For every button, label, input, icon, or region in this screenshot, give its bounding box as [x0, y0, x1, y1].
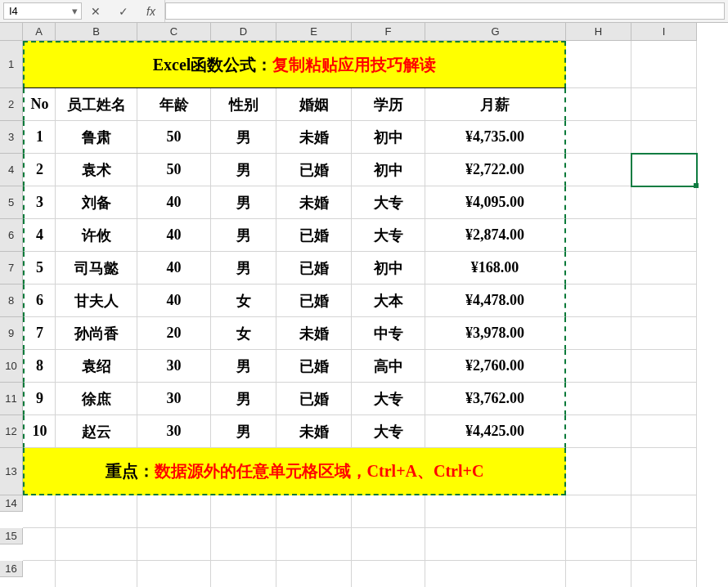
cell-A16[interactable]: [23, 561, 56, 587]
table-row[interactable]: 20: [137, 317, 211, 350]
row-header-6[interactable]: 6: [0, 219, 23, 252]
table-row[interactable]: 30: [137, 383, 211, 415]
table-row[interactable]: ¥4,735.00: [425, 121, 566, 154]
header-no[interactable]: No: [23, 88, 56, 121]
col-header-D[interactable]: D: [211, 23, 276, 41]
table-row[interactable]: 未婚: [276, 186, 352, 219]
cell-I5[interactable]: [631, 186, 697, 219]
cell-F16[interactable]: [352, 561, 425, 587]
cell-D14[interactable]: [211, 495, 276, 528]
row-header-15[interactable]: 15: [0, 528, 23, 544]
cell-H12[interactable]: [566, 415, 631, 448]
cell-C15[interactable]: [137, 528, 211, 561]
cell-E15[interactable]: [276, 528, 352, 561]
table-row[interactable]: 袁绍: [56, 350, 137, 383]
header-name[interactable]: 员工姓名: [56, 88, 137, 121]
table-row[interactable]: 男: [211, 415, 276, 448]
table-row[interactable]: 初中: [352, 154, 425, 186]
cell-D15[interactable]: [211, 528, 276, 561]
table-row[interactable]: 大专: [352, 383, 425, 415]
cell-I2[interactable]: [631, 88, 697, 121]
table-row[interactable]: 徐庶: [56, 383, 137, 415]
cell-A14[interactable]: [23, 495, 56, 528]
cell-H1[interactable]: [566, 41, 631, 88]
cell-I1[interactable]: [631, 41, 697, 88]
table-row[interactable]: 5: [23, 252, 56, 285]
table-row[interactable]: 袁术: [56, 154, 137, 186]
table-row[interactable]: 大本: [352, 285, 425, 317]
header-marital[interactable]: 婚姻: [276, 88, 352, 121]
cell-H8[interactable]: [566, 285, 631, 317]
col-header-G[interactable]: G: [425, 23, 566, 41]
table-row[interactable]: ¥3,762.00: [425, 383, 566, 415]
row-header-3[interactable]: 3: [0, 121, 23, 154]
cell-H3[interactable]: [566, 121, 631, 154]
table-row[interactable]: 4: [23, 219, 56, 252]
table-row[interactable]: 1: [23, 121, 56, 154]
cell-I10[interactable]: [631, 350, 697, 383]
table-row[interactable]: 女: [211, 285, 276, 317]
cell-D16[interactable]: [211, 561, 276, 587]
cell-H13[interactable]: [566, 448, 631, 495]
table-row[interactable]: 6: [23, 285, 56, 317]
row-header-1[interactable]: 1: [0, 41, 23, 88]
table-row[interactable]: ¥4,478.00: [425, 285, 566, 317]
cell-H15[interactable]: [566, 528, 631, 561]
table-row[interactable]: 大专: [352, 415, 425, 448]
table-row[interactable]: 40: [137, 219, 211, 252]
name-box[interactable]: I4 ▾: [3, 2, 82, 20]
table-row[interactable]: ¥4,425.00: [425, 415, 566, 448]
cell-G16[interactable]: [425, 561, 566, 587]
cell-I14[interactable]: [631, 495, 697, 528]
table-row[interactable]: 30: [137, 350, 211, 383]
table-row[interactable]: 未婚: [276, 317, 352, 350]
cell-H7[interactable]: [566, 252, 631, 285]
table-row[interactable]: 许攸: [56, 219, 137, 252]
cell-I9[interactable]: [631, 317, 697, 350]
chevron-down-icon[interactable]: ▾: [68, 3, 81, 19]
cell-B14[interactable]: [56, 495, 137, 528]
title-cell[interactable]: Excel函数公式：复制粘贴应用技巧解读: [23, 41, 566, 88]
table-row[interactable]: 9: [23, 383, 56, 415]
col-header-B[interactable]: B: [56, 23, 137, 41]
table-row[interactable]: 甘夫人: [56, 285, 137, 317]
table-row[interactable]: 中专: [352, 317, 425, 350]
cell-E14[interactable]: [276, 495, 352, 528]
table-row[interactable]: 已婚: [276, 383, 352, 415]
table-row[interactable]: 已婚: [276, 154, 352, 186]
row-header-4[interactable]: 4: [0, 154, 23, 186]
header-age[interactable]: 年龄: [137, 88, 211, 121]
row-header-2[interactable]: 2: [0, 88, 23, 121]
row-header-13[interactable]: 13: [0, 448, 23, 495]
table-row[interactable]: 男: [211, 154, 276, 186]
row-header-8[interactable]: 8: [0, 285, 23, 317]
table-row[interactable]: 孙尚香: [56, 317, 137, 350]
table-row[interactable]: 刘备: [56, 186, 137, 219]
cell-H16[interactable]: [566, 561, 631, 587]
cell-I8[interactable]: [631, 285, 697, 317]
cell-H11[interactable]: [566, 383, 631, 415]
cancel-icon[interactable]: ✕: [82, 0, 110, 22]
cell-C16[interactable]: [137, 561, 211, 587]
row-header-12[interactable]: 12: [0, 415, 23, 448]
header-gender[interactable]: 性别: [211, 88, 276, 121]
table-row[interactable]: 男: [211, 121, 276, 154]
table-row[interactable]: 未婚: [276, 121, 352, 154]
cell-I7[interactable]: [631, 252, 697, 285]
table-row[interactable]: 高中: [352, 350, 425, 383]
row-header-7[interactable]: 7: [0, 252, 23, 285]
cell-C14[interactable]: [137, 495, 211, 528]
table-row[interactable]: 40: [137, 252, 211, 285]
table-row[interactable]: 已婚: [276, 350, 352, 383]
cell-H14[interactable]: [566, 495, 631, 528]
table-row[interactable]: 鲁肃: [56, 121, 137, 154]
col-header-F[interactable]: F: [352, 23, 425, 41]
footer-cell[interactable]: 重点：数据源外的任意单元格区域，Ctrl+A、Ctrl+C: [23, 448, 566, 495]
cell-F14[interactable]: [352, 495, 425, 528]
table-row[interactable]: 已婚: [276, 252, 352, 285]
table-row[interactable]: 大专: [352, 186, 425, 219]
col-header-A[interactable]: A: [23, 23, 56, 41]
table-row[interactable]: 50: [137, 154, 211, 186]
col-header-E[interactable]: E: [276, 23, 352, 41]
table-row[interactable]: ¥2,722.00: [425, 154, 566, 186]
